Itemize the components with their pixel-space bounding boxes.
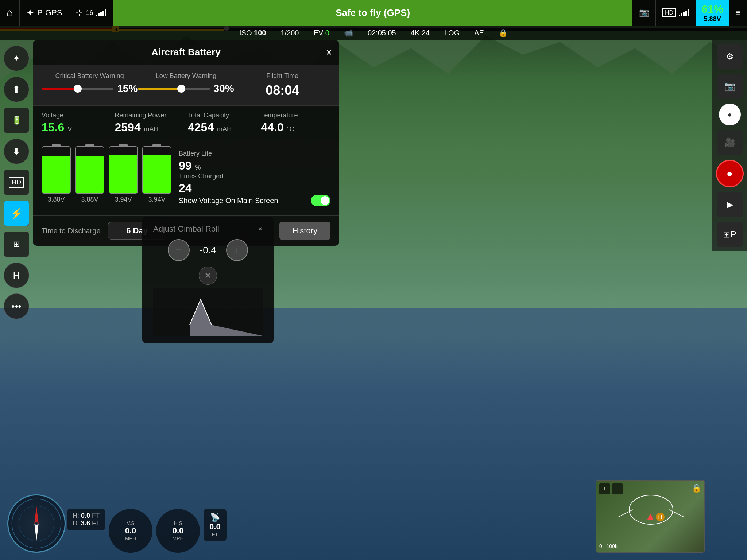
right-sidebar: ⚙ 📷 ● 🎥 ● ▶ ⊞P	[712, 40, 747, 251]
landing-button[interactable]: ⬇	[4, 139, 29, 164]
gimbal-popup-close-btn[interactable]: ×	[258, 224, 263, 234]
cells-display: 3.88V 3.88V 3.94V	[42, 146, 171, 203]
critical-slider-thumb[interactable]	[74, 85, 82, 93]
flight-time-item: Flight Time 08:04	[235, 72, 330, 98]
drone-mode-button[interactable]: ✦ P-GPS	[20, 0, 69, 26]
battery-icon-btn[interactable]: 🔋	[4, 108, 29, 133]
preset-button[interactable]: ⊞P	[717, 222, 743, 247]
total-metric: Total Capacity 4254 mAH	[188, 112, 258, 134]
gimbal-popup-header: Adjust Gimbal Roll ×	[153, 224, 263, 234]
shutter-button[interactable]: ●	[719, 104, 741, 125]
vs-label: V.S	[127, 520, 134, 526]
show-voltage-toggle[interactable]	[311, 195, 330, 206]
mini-map-scale: 0 100ft	[599, 543, 618, 549]
cell-1-nub	[52, 144, 61, 147]
gimbal-close-x-row: ✕	[153, 267, 263, 285]
takeoff-button[interactable]: ⬆	[4, 77, 29, 102]
time-to-discharge-label: Time to Discharge	[42, 227, 101, 235]
signal-icon: 📡	[210, 513, 220, 522]
critical-slider-track[interactable]	[42, 88, 113, 90]
ev-label: EV 0	[314, 29, 329, 37]
battery-life-label: Battery Life	[179, 150, 330, 158]
voltage-value: 15.6 V	[42, 121, 111, 134]
hs-unit: MPH	[173, 536, 184, 541]
photo-button[interactable]: 📷	[717, 74, 743, 99]
height-value: 0.0	[81, 512, 90, 519]
hd-signal[interactable]: HD	[656, 0, 696, 26]
cell-1-voltage: 3.88V	[42, 196, 71, 203]
hd-label: HD	[662, 8, 676, 17]
mini-map-controls: + −	[599, 483, 623, 494]
gimbal-minus-button[interactable]: −	[168, 239, 190, 261]
drone-icon: ✦	[26, 7, 34, 19]
gimbal-close-x-button[interactable]: ✕	[199, 267, 217, 285]
vs-unit: MPH	[125, 536, 136, 541]
chart-fill	[153, 299, 263, 336]
more-button[interactable]: •••	[4, 293, 29, 319]
home-location-button[interactable]: H	[4, 262, 29, 288]
hd-button[interactable]: HD	[4, 170, 29, 195]
camera-icon-btn[interactable]: 📷	[632, 0, 656, 26]
map-home-marker: H	[656, 513, 665, 521]
distance-unit: FT	[92, 520, 100, 527]
cell-1-fill	[42, 156, 70, 193]
hd-bar-3	[683, 12, 685, 16]
battery-indicator[interactable]: 61% 5.88V	[696, 0, 729, 26]
gimbal-value: -0.4	[197, 245, 219, 256]
playback-icon: ▶	[727, 199, 733, 210]
menu-button[interactable]: ≡	[729, 0, 747, 26]
temperature-metric: Temperature 44.0 °C	[261, 112, 331, 134]
low-slider-track[interactable]	[138, 88, 210, 90]
flight-status-text: Safe to fly (GPS)	[336, 7, 410, 19]
path-line-1	[618, 510, 633, 517]
show-voltage-row: Show Voltage On Main Screen	[179, 195, 330, 206]
signal-bars	[96, 9, 106, 16]
total-value: 4254 mAH	[188, 121, 258, 134]
gps-status[interactable]: ⊹ 16	[69, 0, 113, 26]
cell-3-fill	[109, 155, 137, 193]
cell-info: Battery Life 99 % Times Charged 24 Show …	[179, 146, 330, 210]
gimbal-roll-popup: Adjust Gimbal Roll × − -0.4 + ✕	[142, 217, 274, 343]
remaining-metric: Remaining Power 2594 mAH	[115, 112, 185, 134]
drone-view-button[interactable]: ✦	[4, 46, 29, 71]
satellite-count: 16	[86, 9, 93, 17]
home-button[interactable]: ⌂	[0, 0, 20, 26]
landing-icon: ⬇	[12, 146, 20, 157]
battery-metrics-section: Voltage 15.6 V Remaining Power 2594 mAH …	[33, 106, 339, 140]
low-warning-label: Low Battery Warning	[156, 72, 216, 80]
cell-3-voltage: 3.94V	[109, 196, 138, 203]
hs-value: 0.0	[173, 526, 184, 536]
flight-time-value: 08:04	[266, 83, 299, 98]
record-button[interactable]: ●	[716, 160, 744, 187]
settings-button[interactable]: ⊞	[4, 232, 29, 257]
record-time: 02:05:05	[368, 29, 396, 37]
camera-settings-button[interactable]: ⚙	[717, 44, 743, 69]
signal-bar-4	[102, 11, 104, 16]
modal-close-button[interactable]: ×	[326, 47, 332, 58]
mini-map: + − 🔒 0 100ft ▲ H	[596, 480, 705, 553]
battery-voltage: 5.88V	[704, 15, 721, 23]
history-button[interactable]: History	[279, 222, 330, 240]
low-slider-thumb[interactable]	[177, 85, 185, 93]
record-icon: 📹	[344, 28, 353, 37]
video-mode-icon-btn[interactable]: 🎥	[717, 130, 743, 155]
record-icon-btn: ●	[727, 168, 733, 179]
mini-map-plus-btn[interactable]: +	[599, 483, 610, 494]
mini-map-minus-btn[interactable]: −	[612, 483, 623, 494]
modal-header: Aircraft Battery ×	[33, 40, 339, 65]
hs-label: H.S	[174, 520, 182, 526]
top-bar: ⌂ ✦ P-GPS ⊹ 16 Safe to fly (GPS) 📷 HD 61…	[0, 0, 747, 26]
cell-3-wrapper: 3.94V	[109, 146, 138, 203]
gimbal-plus-button[interactable]: +	[226, 239, 248, 261]
map-drone-marker: ▲	[645, 510, 655, 522]
battery-panel-icon: ⚡	[10, 207, 23, 219]
battery-panel-button[interactable]: ⚡	[4, 201, 29, 226]
altitude-value: 0.0	[209, 522, 221, 532]
left-sidebar: ✦ ⬆ 🔋 ⬇ HD ⚡ ⊞ H •••	[0, 40, 33, 319]
playback-button[interactable]: ▶	[717, 192, 743, 217]
voltage-metric: Voltage 15.6 V	[42, 112, 111, 134]
quality-label: 4K 24	[411, 29, 430, 37]
toggle-knob	[321, 196, 329, 205]
cell-4-wrapper: 3.94V	[142, 146, 171, 203]
path-line-2	[669, 510, 684, 517]
